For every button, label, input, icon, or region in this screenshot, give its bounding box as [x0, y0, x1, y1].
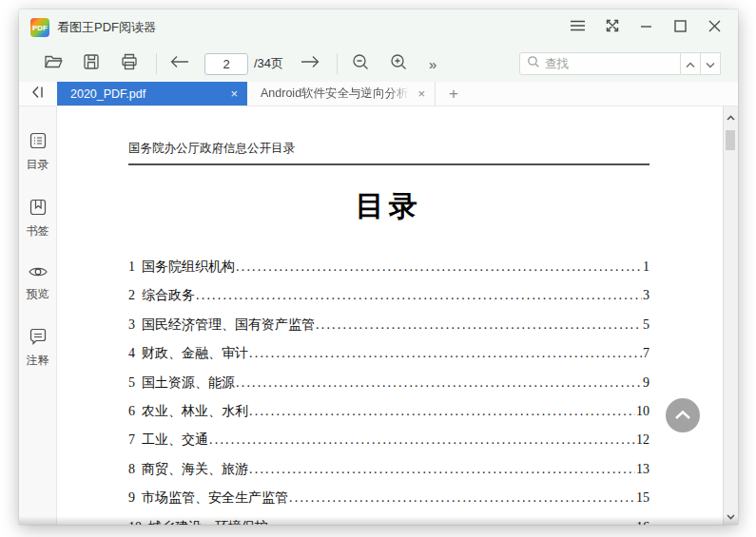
document-running-header: 国务院办公厅政府信息公开目录 [128, 141, 649, 165]
toc-entry-page: 3 [643, 281, 649, 310]
tab-close-icon[interactable]: × [230, 87, 238, 100]
toc-dot-leader: ........................................… [236, 253, 642, 281]
toc-entry-title: 农业、林业、水利 [142, 397, 248, 426]
tab-0[interactable]: 2020_PDF.pdf× [57, 82, 247, 105]
tabbar: 2020_PDF.pdf×Android软件安全与逆向分析.pc× + [19, 82, 738, 106]
close-icon [708, 19, 721, 36]
toc-entry-page: 12 [636, 426, 649, 454]
toc-entry-title: 国土资源、能源 [142, 369, 235, 397]
toc-entry-number: 9 [128, 484, 135, 512]
zoom-in-button[interactable] [385, 50, 412, 77]
comment-icon [29, 327, 48, 349]
sidebar-item-label: 注释 [27, 353, 49, 369]
search-box[interactable] [519, 52, 681, 75]
toc-entry-page: 13 [636, 455, 649, 484]
next-page-button[interactable] [297, 50, 323, 77]
bookmark-icon [29, 198, 48, 220]
tab-label: 2020_PDF.pdf [70, 87, 223, 101]
minimize-icon [640, 19, 652, 36]
toc-entry-page: 5 [643, 311, 649, 339]
arrow-right-icon [300, 55, 320, 72]
toc-row-2[interactable]: 3国民经济管理、国有资产监管..........................… [128, 311, 649, 339]
printer-icon [119, 51, 140, 76]
toc-row-8[interactable]: 9市场监管、安全生产监管............................… [128, 484, 649, 512]
toc-row-3[interactable]: 4财政、金融、审计...............................… [128, 339, 649, 368]
toc-entry-page: 10 [636, 397, 649, 426]
toc-entry-number: 6 [128, 397, 135, 426]
chevron-down-icon [706, 55, 715, 72]
open-file-button[interactable] [40, 50, 67, 77]
collapse-sidebar-button[interactable] [19, 82, 57, 105]
toc-row-5[interactable]: 6农业、林业、水利...............................… [128, 397, 649, 426]
tabs-host: 2020_PDF.pdf×Android软件安全与逆向分析.pc× [57, 82, 436, 105]
main-area: 目录书签预览注释 国务院办公厅政府信息公开目录 目录 1国务院组织机构.....… [19, 106, 738, 525]
search-icon [527, 55, 540, 72]
toc-dot-leader: ........................................… [236, 369, 642, 397]
minimize-button[interactable] [634, 16, 658, 40]
toc-row-9[interactable]: 10城乡建设、环境保护.............................… [128, 513, 649, 525]
vertical-scrollbar[interactable] [723, 106, 738, 525]
back-to-top-button[interactable] [666, 398, 700, 432]
chevron-down-icon [727, 507, 735, 524]
sidebar-item-label: 目录 [27, 157, 49, 173]
table-of-contents: 1国务院组织机构................................… [128, 253, 649, 525]
toc-dot-leader: ........................................… [249, 339, 642, 368]
document-title: 目录 [128, 187, 649, 226]
sidebar-item-0[interactable]: 目录 [27, 131, 49, 173]
toolbar-separator [337, 53, 338, 74]
scroll-down-button[interactable] [724, 508, 738, 522]
sidebar-item-3[interactable]: 注释 [27, 327, 49, 369]
tab-1[interactable]: Android软件安全与逆向分析.pc× [247, 82, 436, 105]
toc-dot-leader: ........................................… [209, 426, 635, 454]
toc-row-4[interactable]: 5国土资源、能源................................… [128, 369, 649, 397]
find-previous-button[interactable] [681, 52, 701, 75]
zoom-in-icon [389, 52, 409, 76]
collapse-panel-icon [30, 85, 46, 104]
page-number-input[interactable] [204, 53, 248, 75]
page-total-label: /34页 [254, 55, 283, 72]
toc-entry-title: 国民经济管理、国有资产监管 [142, 311, 315, 339]
zoom-out-icon [351, 52, 371, 76]
sidebar-item-label: 预览 [27, 286, 49, 302]
toc-entry-page: 15 [636, 484, 649, 512]
toc-row-6[interactable]: 7工业、交通..................................… [128, 426, 649, 454]
print-button[interactable] [116, 50, 143, 77]
app-window: PDF 看图王PDF阅读器 [19, 10, 738, 525]
toolbar-separator [156, 53, 157, 74]
find-next-button[interactable] [701, 52, 721, 75]
titlebar-controls [566, 16, 727, 40]
app-title: 看图王PDF阅读器 [57, 19, 156, 36]
chevron-up-icon [686, 55, 695, 72]
maximize-icon [674, 19, 687, 36]
maximize-button[interactable] [669, 16, 692, 40]
scrollbar-thumb[interactable] [726, 130, 735, 150]
scroll-up-button[interactable] [724, 109, 738, 123]
toc-row-1[interactable]: 2综合政务...................................… [128, 281, 649, 310]
toc-dot-leader: ........................................… [289, 484, 635, 512]
toc-dot-leader: ........................................… [269, 513, 635, 525]
titlebar: PDF 看图王PDF阅读器 [19, 10, 738, 46]
menu-button[interactable] [566, 16, 590, 40]
close-button[interactable] [703, 16, 727, 40]
tab-label: Android软件安全与逆向分析.pc [261, 86, 410, 102]
toc-icon [29, 131, 48, 153]
prev-page-button[interactable] [166, 50, 193, 77]
save-button[interactable] [78, 50, 105, 77]
fullscreen-button[interactable] [600, 16, 624, 40]
zoom-out-button[interactable] [347, 50, 374, 77]
expand-icon [605, 18, 620, 37]
more-tools-button[interactable]: » [423, 50, 442, 77]
toc-row-7[interactable]: 8商贸、海关、旅游...............................… [128, 455, 649, 484]
tab-close-icon[interactable]: × [417, 87, 425, 100]
pdf-content-area: 国务院办公厅政府信息公开目录 目录 1国务院组织机构..............… [57, 106, 723, 525]
eye-icon [28, 264, 48, 282]
toc-entry-number: 3 [128, 311, 135, 339]
new-tab-button[interactable]: + [436, 82, 472, 105]
toc-entry-number: 8 [128, 455, 135, 484]
toc-entry-title: 工业、交通 [142, 426, 208, 454]
toc-row-0[interactable]: 1国务院组织机构................................… [128, 253, 649, 281]
sidebar-item-1[interactable]: 书签 [27, 198, 49, 240]
sidebar-item-2[interactable]: 预览 [27, 264, 49, 302]
search-input[interactable] [545, 57, 673, 70]
toc-entry-title: 国务院组织机构 [142, 253, 235, 281]
